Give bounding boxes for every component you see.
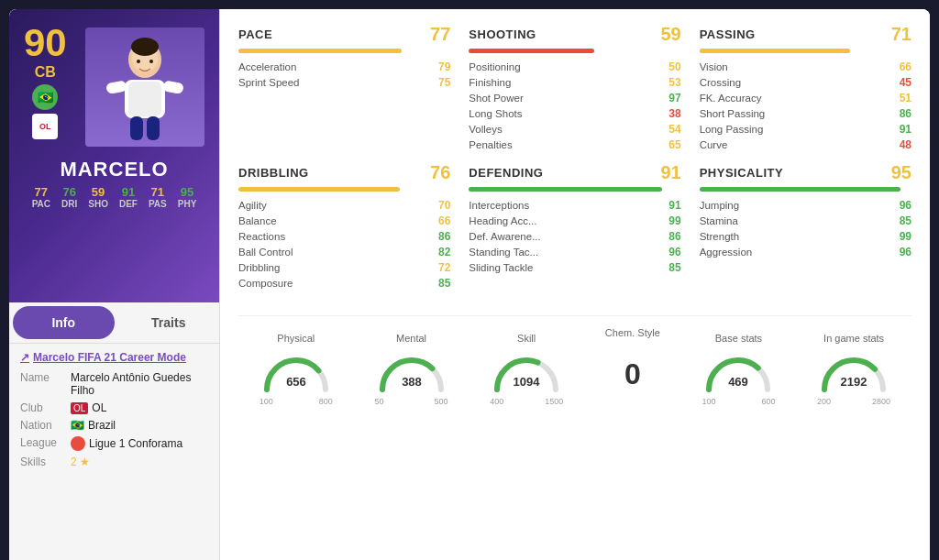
card-stat-sho-label: SHO — [88, 199, 108, 209]
sub-interceptions: Interceptions 91 — [469, 199, 680, 212]
left-panel: 90 CB 🇧🇷 OL — [9, 9, 220, 560]
volleys-value: 54 — [668, 123, 680, 136]
passing-bar — [700, 49, 850, 53]
card-stat-dri-label: DRI — [61, 199, 77, 209]
penalties-value: 65 — [668, 138, 680, 151]
card-stat-def-value: 91 — [122, 185, 135, 199]
sprint-speed-label: Sprint Speed — [238, 77, 300, 88]
nation-value: 🇧🇷 Brazil — [71, 419, 116, 432]
gauge-ingame-stats: In game stats 2192 200 2800 — [817, 333, 890, 406]
defending-name: DEFENDING — [469, 166, 543, 180]
tab-info[interactable]: Info — [13, 306, 115, 339]
stamina-label: Stamina — [700, 215, 738, 226]
nation-label: Nation — [20, 419, 71, 432]
gauge-skill-label: Skill — [517, 333, 536, 344]
info-row-nation: Nation 🇧🇷 Brazil — [20, 419, 208, 432]
svg-rect-8 — [147, 116, 160, 140]
card-stat-pac-value: 77 — [35, 185, 48, 199]
volleys-label: Volleys — [469, 124, 502, 135]
aggression-label: Aggression — [700, 247, 753, 258]
svg-text:388: 388 — [402, 375, 422, 389]
fk-accuracy-value: 51 — [900, 92, 911, 104]
interceptions-label: Interceptions — [469, 200, 529, 211]
sliding-tackle-label: Sliding Tackle — [469, 262, 533, 273]
card-stat-dri-value: 76 — [62, 185, 75, 199]
balance-value: 66 — [438, 214, 450, 227]
vision-label: Vision — [700, 61, 728, 72]
sub-reactions: Reactions 86 — [238, 230, 450, 243]
sub-long-shots: Long Shots 38 — [469, 107, 680, 120]
short-passing-value: 86 — [900, 107, 911, 120]
standing-tackle-value: 96 — [668, 246, 680, 258]
strength-label: Strength — [700, 231, 739, 242]
dribbling-sub-label: Dribbling — [238, 262, 280, 273]
short-passing-label: Short Passing — [700, 108, 766, 119]
curve-value: 48 — [900, 138, 911, 151]
jumping-label: Jumping — [700, 200, 739, 211]
sub-composure: Composure 85 — [238, 277, 450, 290]
shot-power-value: 97 — [668, 92, 680, 104]
defending-category: DEFENDING 91 Interceptions 91 Heading Ac… — [469, 162, 680, 290]
shooting-header: SHOOTING 59 — [469, 24, 680, 45]
passing-header: PASSING 71 — [700, 24, 911, 45]
sliding-tackle-value: 85 — [668, 261, 680, 274]
long-passing-label: Long Passing — [700, 124, 764, 135]
physicality-value: 95 — [891, 162, 911, 183]
finishing-label: Finishing — [469, 77, 511, 88]
vision-value: 66 — [900, 60, 911, 73]
name-value: Marcelo Antônio Guedes Filho — [71, 371, 208, 397]
svg-rect-7 — [130, 116, 143, 140]
gauge-skill-chart: 1094 — [490, 347, 563, 393]
svg-text:656: 656 — [286, 375, 306, 389]
pace-header: PACE 77 — [238, 24, 450, 45]
card-top: 90 CB 🇧🇷 OL — [24, 24, 204, 150]
sub-fk-accuracy: FK. Accuracy 51 — [700, 92, 911, 104]
strength-value: 99 — [900, 230, 911, 243]
standing-tackle-label: Standing Tac... — [469, 247, 538, 258]
right-panel: PACE 77 Acceleration 79 Sprint Speed 75 — [220, 9, 930, 560]
sub-agility: Agility 70 — [238, 199, 450, 212]
tab-traits[interactable]: Traits — [118, 302, 220, 343]
composure-value: 85 — [438, 277, 450, 290]
sub-ball-control: Ball Control 82 — [238, 246, 450, 258]
card-stat-pas-value: 71 — [151, 185, 164, 199]
sub-balance: Balance 66 — [238, 214, 450, 227]
club-label: Club — [20, 401, 71, 414]
gauge-skill-range: 400 1500 — [490, 397, 563, 406]
card-stat-phy-label: PHY — [178, 199, 197, 209]
sub-jumping: Jumping 96 — [700, 199, 911, 212]
finishing-value: 53 — [668, 76, 680, 89]
sub-volleys: Volleys 54 — [469, 123, 680, 136]
long-shots-label: Long Shots — [469, 108, 522, 119]
heading-acc-label: Heading Acc... — [469, 215, 536, 226]
sub-short-passing: Short Passing 86 — [700, 107, 911, 120]
sub-curve: Curve 48 — [700, 138, 911, 151]
league-icon — [71, 436, 85, 451]
card-stat-pas-label: PAS — [149, 199, 167, 209]
shot-power-label: Shot Power — [469, 93, 523, 104]
passing-value: 71 — [891, 24, 911, 45]
reactions-value: 86 — [438, 230, 450, 243]
gauge-physical-chart: 656 — [260, 347, 333, 393]
gauge-chem-style-value: 0 — [624, 342, 641, 406]
card-stat-phy-value: 95 — [181, 185, 193, 199]
dribbling-header: DRIBBLING 76 — [238, 162, 450, 183]
sub-positioning: Positioning 50 — [469, 60, 680, 73]
gauge-physical-range: 100 800 — [260, 397, 333, 406]
positioning-value: 50 — [668, 60, 680, 73]
gauge-physical-label: Physical — [277, 333, 315, 344]
club-value: OL OL — [71, 401, 106, 414]
sub-long-passing: Long Passing 91 — [700, 123, 911, 136]
name-label: Name — [20, 371, 71, 397]
fk-accuracy-label: FK. Accuracy — [700, 93, 762, 104]
defending-header: DEFENDING 91 — [469, 162, 680, 183]
gauge-base-stats-range: 100 600 — [701, 397, 775, 406]
dribbling-sub-value: 72 — [438, 261, 450, 274]
composure-label: Composure — [238, 278, 293, 289]
physicality-bar — [700, 187, 901, 192]
sub-acceleration: Acceleration 79 — [238, 60, 450, 73]
card-stat-dri: 76 DRI — [61, 185, 77, 209]
info-link[interactable]: ↗ Marcelo FIFA 21 Career Mode — [20, 351, 208, 364]
sub-aggression: Aggression 96 — [700, 246, 911, 258]
physicality-subs: Jumping 96 Stamina 85 Strength 99 Aggres… — [700, 199, 911, 258]
